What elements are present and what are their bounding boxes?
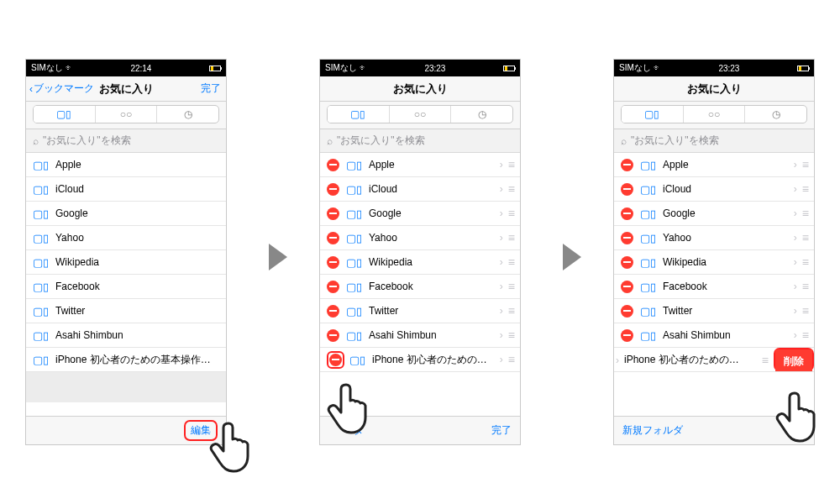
row-label: Wikipedia bbox=[369, 256, 496, 268]
bookmark-list: ▢▯Apple›≡▢▯iCloud›≡▢▯Google›≡▢▯Yahoo›≡▢▯… bbox=[614, 153, 814, 372]
seg-book-icon[interactable]: ▢▯ bbox=[34, 106, 96, 123]
bookmark-row[interactable]: ▢▯Twitter›≡ bbox=[614, 299, 814, 323]
seg-clock-icon[interactable]: ◷ bbox=[157, 106, 218, 123]
reorder-grip-icon[interactable]: ≡ bbox=[508, 280, 513, 293]
bookmark-row[interactable]: ▢▯Google›≡ bbox=[320, 202, 520, 226]
reorder-grip-icon[interactable]: ≡ bbox=[802, 207, 807, 220]
delete-minus-icon[interactable] bbox=[327, 281, 339, 293]
bookmark-row[interactable]: ▢▯Facebook›≡ bbox=[320, 275, 520, 299]
bookmark-row[interactable]: ▢▯Facebook›≡ bbox=[614, 275, 814, 299]
delete-minus-icon[interactable] bbox=[327, 305, 339, 318]
bookmark-row[interactable]: ▢▯Wikipedia›≡ bbox=[614, 250, 814, 275]
seg-glasses-icon[interactable]: ○○ bbox=[390, 106, 452, 123]
bookmark-row[interactable]: ▢▯Asahi Shimbun›≡ bbox=[320, 323, 520, 348]
row-label: Wikipedia bbox=[55, 256, 219, 268]
battery-icon bbox=[503, 66, 515, 71]
search-field[interactable]: ⌕ "お気に入り"を検索 bbox=[614, 129, 814, 153]
delete-minus-icon[interactable] bbox=[329, 354, 342, 366]
bookmark-row[interactable]: ▢▯Asahi Shimbun bbox=[26, 323, 226, 348]
seg-clock-icon[interactable]: ◷ bbox=[745, 106, 806, 123]
tap-hand-icon bbox=[774, 388, 825, 447]
bookmark-row[interactable]: ▢▯iCloud bbox=[26, 177, 226, 202]
bookmark-row[interactable]: ▢▯Yahoo›≡ bbox=[614, 226, 814, 250]
chevron-right-icon: › bbox=[794, 256, 797, 268]
book-icon: ▢▯ bbox=[640, 281, 656, 293]
delete-minus-icon[interactable] bbox=[621, 256, 633, 269]
reorder-grip-icon[interactable]: ≡ bbox=[802, 158, 807, 171]
segmented-control[interactable]: ▢▯ ○○ ◷ bbox=[327, 105, 513, 123]
new-folder-button[interactable]: 新規フォルダ bbox=[622, 423, 683, 438]
segmented-control[interactable]: ▢▯ ○○ ◷ bbox=[621, 105, 807, 123]
row-label: Facebook bbox=[663, 281, 790, 292]
bookmark-row[interactable]: ▢▯Apple bbox=[26, 153, 226, 177]
reorder-grip-icon[interactable]: ≡ bbox=[802, 304, 807, 318]
bookmark-row[interactable]: ▢▯Google›≡ bbox=[614, 202, 814, 226]
seg-book-icon[interactable]: ▢▯ bbox=[622, 106, 684, 123]
bookmark-row[interactable]: ▢▯Wikipedia bbox=[26, 250, 226, 275]
search-field[interactable]: ⌕ "お気に入り"を検索 bbox=[320, 129, 520, 153]
reorder-grip-icon[interactable]: ≡ bbox=[508, 231, 513, 244]
delete-minus-icon[interactable] bbox=[621, 329, 633, 342]
reorder-grip-icon[interactable]: ≡ bbox=[802, 231, 807, 244]
delete-minus-icon[interactable] bbox=[327, 159, 339, 171]
delete-minus-icon[interactable] bbox=[621, 183, 633, 196]
bookmark-row[interactable]: ▢▯Apple›≡ bbox=[320, 153, 520, 177]
bookmark-row[interactable]: ▢▯Google bbox=[26, 202, 226, 226]
bookmark-row[interactable]: ▢▯Wikipedia›≡ bbox=[320, 250, 520, 275]
book-icon: ▢▯ bbox=[346, 207, 362, 220]
done-button[interactable]: 完了 bbox=[491, 423, 512, 438]
reorder-grip-icon[interactable]: ≡ bbox=[508, 158, 513, 171]
bookmark-row-swiped[interactable]: ›iPhone 初心者のための…≡削除 bbox=[614, 348, 814, 372]
reorder-grip-icon[interactable]: ≡ bbox=[508, 207, 513, 220]
search-field[interactable]: ⌕ "お気に入り"を検索 bbox=[26, 129, 226, 153]
bookmark-row[interactable]: ▢▯iPhone 初心者のための基本操作方法 | i... bbox=[26, 348, 226, 372]
back-button[interactable]: ‹ ブックマーク bbox=[29, 81, 94, 96]
delete-minus-icon[interactable] bbox=[327, 183, 339, 196]
book-icon: ▢▯ bbox=[349, 354, 365, 366]
book-icon: ▢▯ bbox=[640, 256, 656, 269]
reorder-grip-icon[interactable]: ≡ bbox=[508, 328, 513, 342]
row-label: Twitter bbox=[663, 305, 790, 317]
seg-clock-icon[interactable]: ◷ bbox=[451, 106, 512, 123]
segmented-control[interactable]: ▢▯ ○○ ◷ bbox=[33, 105, 219, 123]
bookmark-row[interactable]: ▢▯Asahi Shimbun›≡ bbox=[614, 323, 814, 348]
delete-minus-icon[interactable] bbox=[327, 329, 339, 342]
seg-glasses-icon[interactable]: ○○ bbox=[96, 106, 158, 123]
delete-minus-icon[interactable] bbox=[327, 207, 339, 220]
book-icon: ▢▯ bbox=[346, 329, 362, 342]
reorder-grip-icon[interactable]: ≡ bbox=[802, 280, 807, 293]
delete-minus-icon[interactable] bbox=[621, 305, 633, 318]
delete-minus-icon[interactable] bbox=[621, 159, 633, 171]
delete-button[interactable]: 削除 bbox=[775, 349, 812, 372]
book-icon: ▢▯ bbox=[640, 305, 656, 318]
seg-book-icon[interactable]: ▢▯ bbox=[328, 106, 390, 123]
row-label: Wikipedia bbox=[663, 256, 790, 268]
book-icon: ▢▯ bbox=[640, 207, 656, 220]
bookmark-row[interactable]: ▢▯iCloud›≡ bbox=[614, 177, 814, 202]
reorder-grip-icon[interactable]: ≡ bbox=[762, 354, 767, 367]
bookmark-row[interactable]: ▢▯Yahoo›≡ bbox=[320, 226, 520, 250]
reorder-grip-icon[interactable]: ≡ bbox=[508, 304, 513, 318]
bookmark-row[interactable]: ▢▯Twitter bbox=[26, 299, 226, 323]
chevron-right-icon: › bbox=[500, 232, 503, 244]
delete-minus-icon[interactable] bbox=[327, 232, 339, 244]
seg-glasses-icon[interactable]: ○○ bbox=[684, 106, 746, 123]
bookmark-row[interactable]: ▢▯Facebook bbox=[26, 275, 226, 299]
delete-minus-icon[interactable] bbox=[621, 281, 633, 293]
reorder-grip-icon[interactable]: ≡ bbox=[508, 182, 513, 196]
bookmark-row[interactable]: ▢▯Apple›≡ bbox=[614, 153, 814, 177]
bookmark-row[interactable]: ▢▯Twitter›≡ bbox=[320, 299, 520, 323]
bookmark-row[interactable]: ▢▯Yahoo bbox=[26, 226, 226, 250]
tap-hand-icon bbox=[326, 380, 376, 438]
done-button[interactable]: 完了 bbox=[201, 81, 221, 96]
delete-minus-icon[interactable] bbox=[621, 207, 633, 220]
reorder-grip-icon[interactable]: ≡ bbox=[802, 328, 807, 342]
delete-minus-icon[interactable] bbox=[327, 256, 339, 269]
reorder-grip-icon[interactable]: ≡ bbox=[802, 182, 807, 196]
delete-minus-icon[interactable] bbox=[621, 232, 633, 244]
reorder-grip-icon[interactable]: ≡ bbox=[802, 255, 807, 269]
reorder-grip-icon[interactable]: ≡ bbox=[508, 353, 513, 366]
bookmark-row[interactable]: ▢▯iCloud›≡ bbox=[320, 177, 520, 202]
bookmark-row[interactable]: ▢▯iPhone 初心者のための…›≡ bbox=[320, 348, 520, 372]
reorder-grip-icon[interactable]: ≡ bbox=[508, 255, 513, 269]
